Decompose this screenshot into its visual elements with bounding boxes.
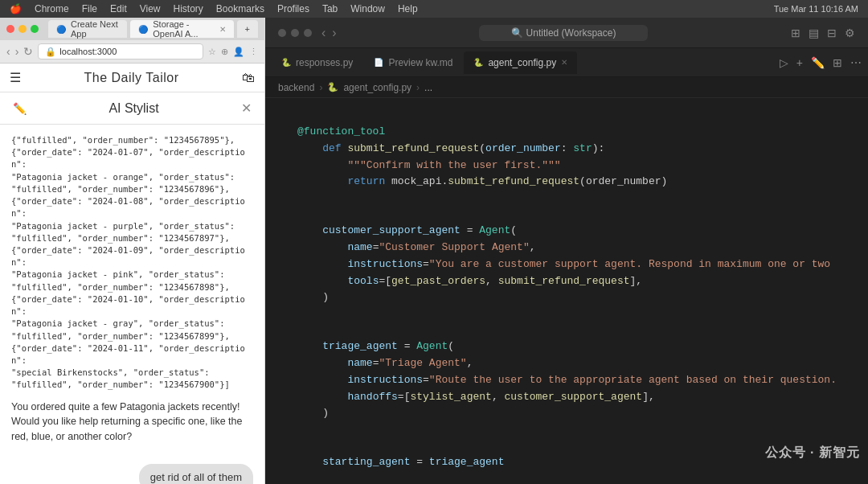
profile-icon[interactable]: 👤: [233, 47, 244, 57]
code-line-blank-6: [265, 422, 868, 438]
editor-topbar: ‹ › 🔍 Untitled (Workspace) ⊞ ▤ ⊟ ⚙: [265, 18, 868, 48]
editor-tab-responses[interactable]: 🐍 responses.py: [272, 51, 362, 74]
chat-json-content: {"fulfilled", "order_number": "123456789…: [11, 134, 253, 392]
breadcrumb-sep-2: ›: [416, 82, 420, 93]
editor-sidebar-btn[interactable]: ▤: [809, 27, 819, 39]
code-line-starting: starting_agent = triage_agent: [265, 454, 868, 471]
editor-split-btn[interactable]: ⊞: [791, 27, 800, 39]
browser-tab-1[interactable]: 🔵 Create Next App: [48, 20, 127, 38]
code-line-csa-name: name="Customer Support Agent",: [265, 240, 868, 256]
code-line-def: def submit_refund_request(order_number: …: [265, 141, 868, 158]
cart-icon[interactable]: 🛍: [242, 71, 255, 85]
back-button[interactable]: ‹: [6, 45, 10, 58]
chat-system-message: You ordered quite a few Patagonia jacket…: [11, 400, 253, 445]
editor-back-btn[interactable]: ‹: [321, 26, 326, 40]
code-line-docstring: """Confirm with the user first.""": [265, 158, 868, 174]
code-area[interactable]: @function_tool def submit_refund_request…: [265, 98, 868, 484]
browser-tabs: 🔵 Create Next App 🔵 Storage - OpenAI A..…: [0, 18, 264, 40]
mac-edit[interactable]: Edit: [110, 3, 127, 14]
mac-history[interactable]: History: [174, 3, 203, 14]
breadcrumb-ellipsis[interactable]: ...: [424, 82, 432, 93]
mac-menu: 🍎 Chrome File Edit View History Bookmark…: [10, 3, 418, 14]
chat-header: ✏️ AI Stylist ✕: [0, 92, 264, 125]
star-icon[interactable]: ☆: [208, 47, 216, 57]
highlight-btn[interactable]: ✏️: [811, 56, 825, 69]
close-button[interactable]: [6, 25, 14, 33]
agent-config-tab-close[interactable]: ✕: [561, 58, 567, 67]
mac-help[interactable]: Help: [398, 3, 418, 14]
search-icon: 🔍: [511, 27, 526, 39]
editor-settings-btn[interactable]: ⚙: [845, 27, 855, 39]
editor-layout-btn[interactable]: ⊟: [827, 27, 837, 39]
editor-tab-agent-config[interactable]: 🐍 agent_config.py ✕: [464, 51, 577, 74]
hamburger-icon[interactable]: ☰: [10, 70, 21, 85]
editor-dot-3: [304, 29, 312, 37]
run-btn[interactable]: ▷: [780, 56, 788, 69]
breadcrumb-file[interactable]: agent_config.py: [343, 82, 411, 93]
search-text: Untitled (Workspace): [526, 27, 616, 39]
code-line-csa-instructions: instructions="You are a customer support…: [265, 256, 868, 273]
browser-panel: 🔵 Create Next App 🔵 Storage - OpenAI A..…: [0, 18, 265, 484]
code-line-triage-close: ): [265, 405, 868, 422]
editor-controls-left: ‹ ›: [278, 26, 337, 40]
editor-search-bar[interactable]: 🔍 Untitled (Workspace): [479, 25, 648, 41]
add-tab-btn[interactable]: +: [796, 56, 803, 69]
site-title: The Daily Tailor: [84, 71, 179, 85]
tab1-text: Create Next App: [71, 19, 119, 39]
preview-icon: 📄: [374, 58, 383, 67]
browser-toolbar: ‹ › ↻ 🔒 localhost:3000 ☆ ⊕ 👤 ⋮: [0, 40, 264, 63]
browser-tab-3[interactable]: +: [237, 20, 258, 38]
tab1-label: 🔵: [56, 25, 66, 34]
agent-config-tab-label: agent_config.py: [488, 57, 556, 68]
browser-tab-2[interactable]: 🔵 Storage - OpenAI A... ✕: [130, 20, 233, 38]
editor-panel: ‹ › 🔍 Untitled (Workspace) ⊞ ▤ ⊟ ⚙ 🐍 res…: [265, 18, 868, 484]
mac-profiles[interactable]: Profiles: [277, 3, 309, 14]
mac-chrome[interactable]: Chrome: [35, 3, 69, 14]
tab2-icon: 🔵: [138, 25, 148, 34]
maximize-button[interactable]: [31, 25, 39, 33]
mac-apple: 🍎: [10, 3, 22, 14]
editor-dot-2: [291, 29, 299, 37]
code-line-blank-5: [265, 322, 868, 338]
tab2-close[interactable]: ✕: [219, 25, 226, 34]
breadcrumb-backend[interactable]: backend: [278, 82, 314, 93]
menu-icon[interactable]: ⋮: [249, 47, 258, 57]
lock-icon: 🔒: [45, 47, 56, 57]
mac-bookmarks[interactable]: Bookmarks: [216, 3, 264, 14]
code-line-return: return mock_api.submit_refund_request(or…: [265, 174, 868, 191]
chat-edit-icon[interactable]: ✏️: [13, 102, 27, 115]
code-line-triage-name: name="Triage Agent",: [265, 355, 868, 372]
editor-tabs: 🐍 responses.py 📄 Preview kw.md 🐍 agent_c…: [265, 48, 868, 77]
address-bar[interactable]: 🔒 localhost:3000: [38, 43, 203, 59]
chat-messages: {"fulfilled", "order_number": "123456789…: [0, 125, 264, 484]
minimize-button[interactable]: [18, 25, 27, 33]
preview-tab-label: Preview kw.md: [388, 57, 452, 68]
mac-view[interactable]: View: [140, 3, 161, 14]
code-line-csa-close: ): [265, 289, 868, 306]
code-line-triage-instructions: instructions="Route the user to the appr…: [265, 372, 868, 389]
chat-close-icon[interactable]: ✕: [241, 100, 252, 116]
editor-forward-btn[interactable]: ›: [332, 26, 336, 40]
split-view-btn[interactable]: ⊞: [833, 56, 842, 69]
mac-window[interactable]: Window: [350, 3, 385, 14]
code-line-decorator: @function_tool: [265, 124, 868, 141]
responses-icon: 🐍: [281, 58, 291, 67]
traffic-lights: [6, 25, 39, 33]
main-content: 🔵 Create Next App 🔵 Storage - OpenAI A..…: [0, 18, 868, 484]
code-line-triage-handoffs: handoffs=[stylist_agent, customer_suppor…: [265, 389, 868, 406]
extensions-icon[interactable]: ⊕: [221, 47, 228, 57]
code-line-triage: triage_agent = Agent(: [265, 338, 868, 355]
reload-button[interactable]: ↻: [23, 45, 33, 58]
editor-breadcrumb: backend › 🐍 agent_config.py › ...: [265, 77, 868, 98]
forward-button[interactable]: ›: [15, 45, 19, 58]
user-bubble-row: get rid of all of them: [11, 454, 253, 484]
toolbar-icons: ☆ ⊕ 👤 ⋮: [208, 47, 258, 57]
code-line-blank-1: [265, 108, 868, 124]
more-btn[interactable]: ⋯: [850, 56, 862, 69]
breadcrumb-file-icon: 🐍: [327, 82, 338, 92]
website-header: ☰ The Daily Tailor 🛍: [0, 64, 264, 92]
mac-file[interactable]: File: [82, 3, 97, 14]
editor-tab-preview[interactable]: 📄 Preview kw.md: [364, 51, 462, 74]
mac-topbar: 🍎 Chrome File Edit View History Bookmark…: [0, 0, 868, 18]
mac-tab[interactable]: Tab: [322, 3, 338, 14]
